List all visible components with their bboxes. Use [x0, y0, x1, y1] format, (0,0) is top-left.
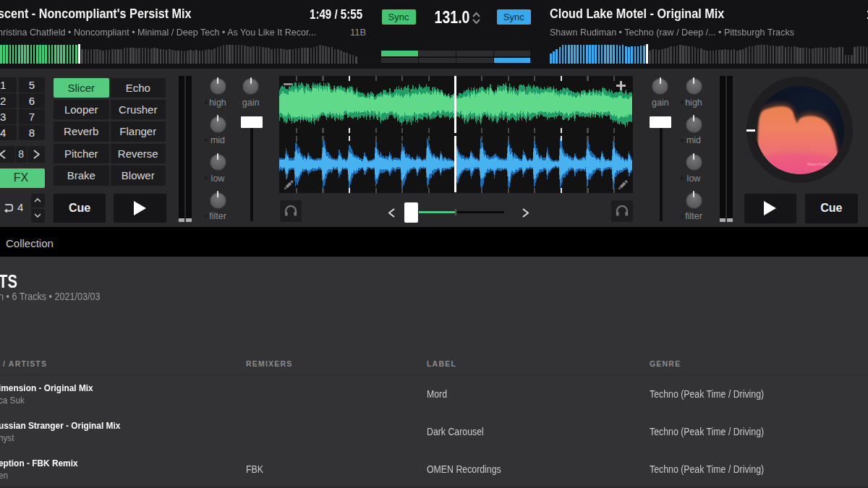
svg-text:Shawn Rudiman: Shawn Rudiman [807, 163, 832, 166]
